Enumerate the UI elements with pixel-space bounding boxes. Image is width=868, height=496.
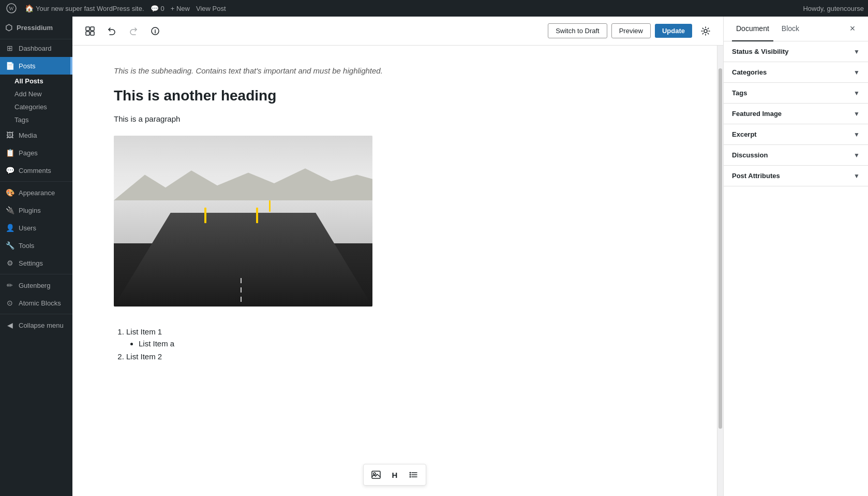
editor-image-block[interactable] [114, 136, 372, 307]
close-icon: × [850, 23, 856, 34]
tab-document-label: Document [736, 24, 769, 33]
heading-icon-label: H [392, 471, 398, 479]
add-block-button[interactable] [81, 22, 99, 40]
adminbar-site-item[interactable]: 🏠 Your new super fast WordPress site. [25, 4, 144, 12]
sidebar-item-pages[interactable]: 📋 Pages [0, 144, 72, 162]
adminbar-comments-item[interactable]: 💬 0 [151, 5, 164, 12]
panel-section-featured-image-header[interactable]: Featured Image ▼ [724, 104, 868, 124]
list-item-2: List Item 2 [126, 352, 676, 361]
svg-text:W: W [9, 6, 14, 11]
toolbar-left [81, 22, 164, 40]
sidebar-item-label: Tools [19, 242, 34, 250]
editor-list-block: List Item 1 List Item a List Item 2 [126, 327, 676, 361]
categories-label: Categories [14, 103, 47, 111]
panel-tabs: Document Block × [724, 17, 868, 41]
sidebar-item-dashboard[interactable]: ⊞ Dashboard [0, 39, 72, 57]
sidebar-item-comments[interactable]: 💬 Comments [0, 162, 72, 179]
sidebar-divider [0, 181, 72, 182]
editor-content[interactable]: This is the subheading. Contains text th… [72, 46, 717, 496]
editor-scrollbar[interactable] [717, 46, 723, 496]
undo-button[interactable] [102, 22, 121, 40]
panel-section-post-attributes-header[interactable]: Post Attributes ▼ [724, 166, 868, 186]
info-button[interactable] [146, 22, 164, 40]
sidebar-collapse-menu[interactable]: ◀ Collapse menu [0, 316, 72, 334]
toolbar-right: Switch to Draft Preview Update [548, 22, 715, 40]
sidebar-item-label: Media [19, 132, 37, 139]
chevron-categories-icon: ▼ [854, 69, 860, 76]
adminbar-howdy: Howdy, gutencourse [803, 5, 864, 12]
sidebar-item-appearance[interactable]: 🎨 Appearance [0, 184, 72, 201]
svg-rect-2 [86, 27, 89, 31]
adminbar-view-post[interactable]: View Post [196, 5, 226, 12]
sidebar-item-label: Comments [19, 167, 51, 174]
sidebar-brand[interactable]: ⬡ Pressidium [0, 17, 72, 39]
sidebar-item-media[interactable]: 🖼 Media [0, 126, 72, 144]
block-toolbar-heading-button[interactable]: H [386, 466, 403, 483]
tab-block[interactable]: Block [777, 17, 803, 41]
panel-close-button[interactable]: × [845, 22, 860, 36]
list-item-1-sub: List Item a [139, 339, 676, 348]
wp-logo[interactable]: W [4, 1, 19, 16]
adminbar-new-item[interactable]: + New [171, 5, 190, 12]
sidebar-submenu-add-new[interactable]: Add New [0, 87, 72, 100]
block-toolbar-image-button[interactable] [368, 466, 384, 483]
plugins-icon: 🔌 [5, 206, 14, 215]
panel-section-title-featured-image: Featured Image [732, 110, 782, 118]
scrollbar-thumb [719, 68, 722, 429]
tab-document[interactable]: Document [732, 17, 773, 41]
panel-section-categories: Categories ▼ [724, 62, 868, 83]
sidebar-submenu-categories[interactable]: Categories [0, 100, 72, 113]
preview-button[interactable]: Preview [611, 23, 651, 38]
editor-main: Switch to Draft Preview Update This is t… [72, 17, 723, 496]
sidebar-item-posts[interactable]: 📄 Posts [0, 57, 72, 75]
update-button[interactable]: Update [655, 24, 692, 38]
road-markings [114, 213, 372, 307]
panel-section-status-visibility-header[interactable]: Status & Visibility ▼ [724, 41, 868, 62]
settings-button[interactable] [696, 22, 715, 40]
panel-section-title-categories: Categories [732, 68, 767, 76]
appearance-icon: 🎨 [5, 188, 14, 197]
chevron-status-icon: ▼ [854, 48, 860, 55]
pages-icon: 📋 [5, 148, 14, 157]
posts-icon: 📄 [5, 61, 14, 70]
list-item-1: List Item 1 List Item a [126, 327, 676, 348]
panel-section-title-status: Status & Visibility [732, 48, 789, 55]
sidebar-item-plugins[interactable]: 🔌 Plugins [0, 201, 72, 219]
all-posts-label: All Posts [14, 77, 43, 85]
tags-label: Tags [14, 116, 28, 124]
panel-section-featured-image: Featured Image ▼ [724, 104, 868, 124]
chevron-excerpt-icon: ▼ [854, 131, 860, 138]
sidebar-item-users[interactable]: 👤 Users [0, 219, 72, 237]
panel-section-categories-header[interactable]: Categories ▼ [724, 62, 868, 82]
switch-draft-button[interactable]: Switch to Draft [548, 23, 607, 38]
sidebar-item-atomic-blocks[interactable]: ⊙ Atomic Blocks [0, 294, 72, 312]
chevron-tags-icon: ▼ [854, 90, 860, 97]
sidebar-submenu-tags[interactable]: Tags [0, 113, 72, 126]
sidebar-item-label: Users [19, 224, 36, 232]
panel-section-title-tags: Tags [732, 89, 747, 97]
sidebar-submenu-all-posts[interactable]: All Posts [0, 75, 72, 87]
svg-point-16 [410, 476, 411, 478]
dashboard-icon: ⊞ [5, 43, 14, 53]
users-icon: 👤 [5, 223, 14, 232]
comments-icon: 💬 [5, 166, 14, 175]
redo-button[interactable] [124, 22, 143, 40]
sidebar-item-label: Plugins [19, 207, 41, 214]
panel-section-discussion-header[interactable]: Discussion ▼ [724, 145, 868, 165]
sidebar-item-tools[interactable]: 🔧 Tools [0, 237, 72, 254]
sidebar-divider-2 [0, 274, 72, 274]
chevron-post-attributes-icon: ▼ [854, 172, 860, 180]
block-toolbar-list-button[interactable] [405, 466, 422, 483]
panel-section-status-visibility: Status & Visibility ▼ [724, 41, 868, 62]
panel-section-discussion: Discussion ▼ [724, 145, 868, 166]
panel-section-tags-header[interactable]: Tags ▼ [724, 83, 868, 103]
add-new-label: Add New [14, 90, 42, 98]
svg-point-14 [410, 472, 411, 474]
editor-subheading: This is the subheading. Contains text th… [114, 66, 676, 75]
sidebar-item-settings[interactable]: ⚙ Settings [0, 254, 72, 272]
sidebar-item-gutenberg[interactable]: ✏ Gutenberg [0, 276, 72, 294]
panel-section-excerpt-header[interactable]: Excerpt ▼ [724, 124, 868, 144]
brand-icon: ⬡ [5, 23, 12, 33]
svg-rect-3 [91, 27, 94, 31]
editor-toolbar: Switch to Draft Preview Update [72, 17, 723, 46]
